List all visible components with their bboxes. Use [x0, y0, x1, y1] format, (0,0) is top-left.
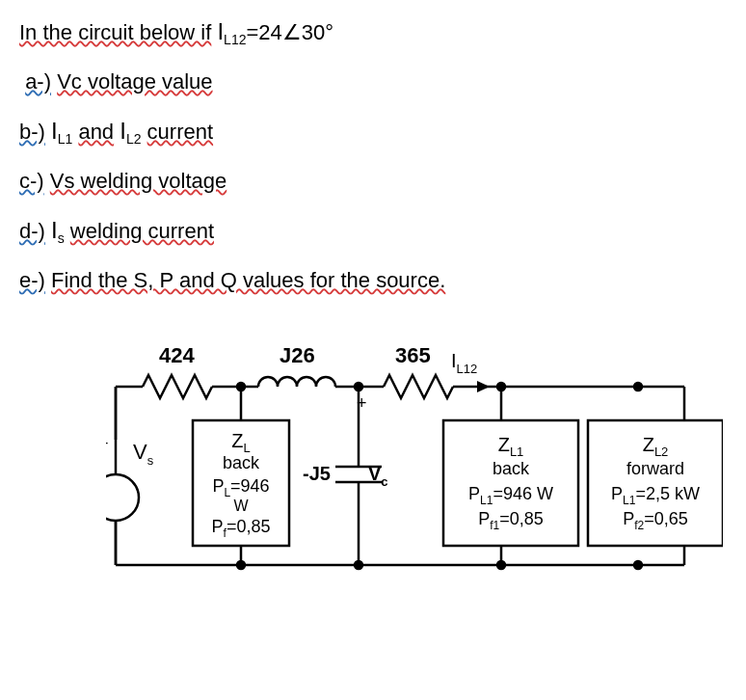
label-r1: 424: [159, 343, 195, 367]
part-b-var1: I: [51, 118, 58, 144]
part-b-var2: I: [120, 118, 126, 144]
label-l1: J26: [280, 343, 315, 367]
part-e: e-) Find the S, P and Q values for the s…: [19, 266, 727, 296]
label-vs: Vs: [133, 440, 154, 468]
part-b-prefix: b-): [19, 120, 45, 144]
load1-dir: back: [493, 459, 530, 478]
part-e-text: Find the S, P and Q values for the sourc…: [51, 268, 445, 292]
svg-marker-9: [477, 381, 490, 392]
part-c-text: Vs welding voltage: [50, 169, 226, 193]
part-b-sub2: L2: [126, 131, 142, 147]
intro-val: =24∠30°: [246, 20, 333, 44]
part-d-sub: s: [58, 230, 65, 246]
load2-dir: forward: [626, 459, 684, 478]
loadL-punit: W: [233, 498, 249, 514]
svg-point-20: [634, 561, 642, 569]
label-r2: 365: [395, 343, 431, 367]
part-c-prefix: c-): [19, 169, 44, 193]
part-b-end: current: [147, 120, 213, 144]
part-a-prefix: a-): [25, 69, 51, 94]
intro-text: In the circuit below if: [19, 20, 211, 44]
part-b-mid: and: [78, 120, 114, 144]
part-b-sub1: L1: [58, 131, 73, 147]
label-il12: IL12: [451, 350, 477, 376]
part-d-end: welding current: [70, 219, 214, 243]
part-d-prefix: d-): [19, 219, 45, 243]
label-vc: Vc: [368, 463, 388, 489]
part-e-prefix: e-): [19, 268, 45, 292]
svg-point-22: [106, 474, 139, 521]
part-b: b-) IL1 and IL2 current: [19, 115, 727, 149]
part-a-text: Vc voltage value: [57, 69, 212, 94]
circuit-diagram: 424 J26 365 IL12 + Vs + -J5 Vc ZL back P…: [106, 324, 727, 594]
part-d-var: I: [51, 217, 58, 243]
intro-sub: L12: [224, 32, 246, 47]
cap-plus: +: [357, 393, 367, 413]
loadL-dir: back: [223, 453, 260, 472]
circuit-svg: 424 J26 365 IL12 + Vs + -J5 Vc ZL back P…: [106, 324, 723, 594]
intro-line: In the circuit below if IL12=24∠30°: [19, 15, 727, 50]
label-cap: -J5: [303, 463, 331, 484]
plus-vs: +: [106, 434, 109, 453]
part-d: d-) Is welding current: [19, 214, 727, 249]
part-c: c-) Vs welding voltage: [19, 167, 727, 197]
part-a: a-) Vc voltage value: [19, 67, 727, 97]
